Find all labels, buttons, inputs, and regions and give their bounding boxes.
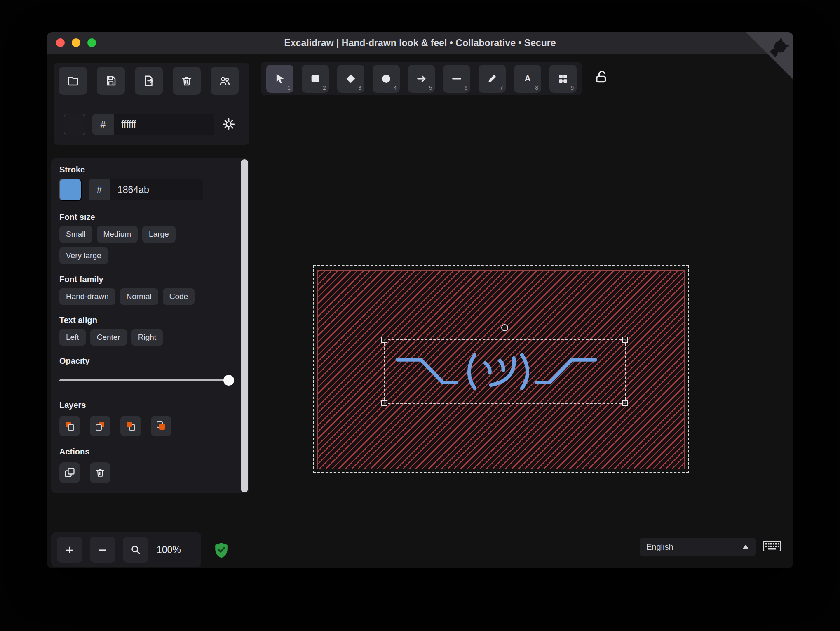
unlock-icon — [594, 68, 609, 85]
plus-icon: + — [66, 543, 74, 557]
duplicate-icon — [64, 467, 75, 478]
square-icon — [310, 73, 321, 85]
font-size-options: Small Medium Large — [59, 226, 249, 243]
properties-panel: Stroke # Font size Small Medium Large Ve… — [51, 158, 249, 493]
send-to-back-button[interactable] — [59, 416, 80, 436]
tool-ellipse[interactable]: 4 — [373, 65, 400, 93]
bring-forward-button[interactable] — [120, 416, 141, 436]
tool-text[interactable]: A 8 — [514, 65, 541, 93]
font-size-label: Font size — [59, 212, 249, 222]
keyboard-shortcuts-button[interactable] — [763, 539, 781, 554]
tool-shortcut: 3 — [358, 85, 361, 91]
security-shield-icon — [215, 542, 228, 558]
tool-shortcut: 6 — [465, 85, 468, 91]
svg-text:A: A — [525, 73, 531, 83]
circle-icon — [380, 73, 392, 85]
tool-line[interactable]: 6 — [443, 65, 470, 93]
tool-shortcut: 5 — [429, 85, 432, 91]
background-color-row: # — [64, 114, 236, 135]
font-size-medium[interactable]: Medium — [97, 226, 138, 243]
tool-library[interactable]: 9 — [549, 65, 577, 93]
stroke-color-swatch[interactable] — [59, 179, 82, 201]
tool-diamond[interactable]: 3 — [337, 65, 364, 93]
text-align-left[interactable]: Left — [59, 329, 86, 346]
bring-to-front-icon — [155, 420, 167, 432]
opacity-slider[interactable] — [59, 375, 234, 386]
font-size-options-2: Very large — [59, 247, 249, 264]
magnifier-icon — [130, 544, 141, 556]
excalidraw-window: Excalidraw | Hand-drawn look & feel • Co… — [47, 32, 793, 568]
resize-handle-bottom-right[interactable] — [622, 400, 628, 406]
layers-label: Layers — [59, 400, 249, 410]
stroke-hex-input[interactable] — [110, 179, 203, 200]
send-backward-button[interactable] — [90, 416, 110, 436]
background-hex-input[interactable] — [114, 114, 214, 135]
font-family-code[interactable]: Code — [163, 288, 195, 305]
export-button[interactable] — [135, 67, 163, 95]
canvas-settings-button[interactable] — [222, 117, 236, 132]
delete-button[interactable] — [90, 462, 110, 483]
zoom-in-button[interactable]: + — [57, 537, 82, 563]
titlebar: Excalidraw | Hand-drawn look & feel • Co… — [47, 32, 793, 54]
text-icon: A — [522, 73, 533, 85]
background-hex-group: # — [92, 114, 214, 135]
font-family-normal[interactable]: Normal — [120, 288, 158, 305]
font-size-large[interactable]: Large — [142, 226, 176, 243]
clear-canvas-button[interactable] — [173, 67, 201, 95]
tool-draw[interactable]: 7 — [479, 65, 506, 93]
text-align-right[interactable]: Right — [131, 329, 163, 346]
export-icon — [143, 75, 155, 87]
language-value: English — [646, 542, 673, 552]
tool-shortcut: 9 — [570, 85, 574, 91]
tool-shortcut: 2 — [323, 85, 326, 91]
layers-buttons — [59, 416, 249, 436]
tool-shortcut: 8 — [535, 85, 538, 91]
tool-rectangle[interactable]: 2 — [302, 65, 329, 93]
language-select[interactable]: English — [640, 538, 756, 556]
duplicate-button[interactable] — [59, 462, 80, 483]
opacity-slider-track[interactable] — [59, 379, 234, 381]
bring-to-front-button[interactable] — [151, 416, 171, 436]
tool-arrow[interactable]: 5 — [408, 65, 435, 93]
text-align-center[interactable]: Center — [90, 329, 127, 346]
font-family-hand-drawn[interactable]: Hand-drawn — [59, 288, 115, 305]
file-toolbar: # — [54, 63, 249, 145]
resize-handle-top-left[interactable] — [381, 337, 387, 343]
diamond-icon — [345, 73, 357, 85]
shapes-icon — [557, 73, 569, 85]
background-color-swatch[interactable] — [64, 114, 85, 135]
desktop-background: Excalidraw | Hand-drawn look & feel • Co… — [0, 0, 840, 631]
save-button[interactable] — [97, 67, 125, 95]
panel-scrollbar[interactable] — [241, 159, 248, 492]
resize-handle-top-right[interactable] — [622, 337, 628, 343]
collaboration-button[interactable] — [211, 67, 239, 95]
send-backward-icon — [94, 420, 106, 432]
minus-icon: − — [99, 543, 107, 557]
keep-tool-active-toggle[interactable] — [594, 68, 609, 86]
chevron-up-icon — [742, 545, 749, 549]
text-selection-box — [384, 339, 626, 404]
file-buttons-row — [59, 67, 239, 95]
stroke-hex-group: # — [89, 179, 203, 200]
save-icon — [105, 75, 117, 87]
font-size-small[interactable]: Small — [59, 226, 92, 243]
rotate-handle[interactable] — [501, 324, 508, 331]
github-corner-link[interactable] — [746, 32, 793, 79]
window-title: Excalidraw | Hand-drawn look & feel • Co… — [47, 32, 793, 54]
reset-zoom-button[interactable] — [123, 537, 148, 563]
font-family-label: Font family — [59, 275, 249, 284]
tool-selection[interactable]: 1 — [266, 65, 293, 93]
actions-buttons — [59, 462, 249, 483]
trash-icon — [181, 75, 193, 87]
gear-icon — [222, 117, 236, 131]
actions-label: Actions — [59, 447, 249, 457]
font-family-options: Hand-drawn Normal Code — [59, 288, 249, 305]
resize-handle-bottom-left[interactable] — [381, 400, 387, 406]
font-size-very-large[interactable]: Very large — [59, 247, 108, 264]
text-align-label: Text align — [59, 316, 249, 325]
stroke-color-row: # — [59, 179, 249, 201]
opacity-slider-thumb[interactable] — [223, 375, 234, 386]
open-button[interactable] — [59, 67, 87, 95]
zoom-out-button[interactable]: − — [90, 537, 115, 563]
zoom-level: 100% — [157, 544, 181, 556]
